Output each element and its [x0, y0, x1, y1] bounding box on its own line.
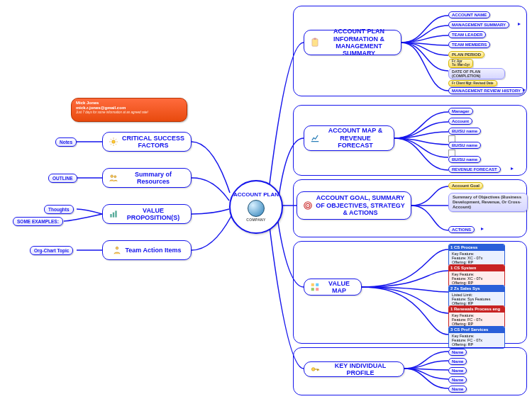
- leaf-notes[interactable]: Notes: [55, 137, 77, 147]
- leaf-busu-3[interactable]: BU/SU name: [448, 156, 481, 163]
- leaf-date-detail[interactable]: Fr Client Mgt: Revised Date: [448, 80, 497, 86]
- leaf-summary-objectives[interactable]: Summary of Objectives (Business Developm…: [448, 193, 528, 212]
- svg-rect-8: [314, 38, 316, 40]
- vm-item-5[interactable]: 3 CS Prof ServicesKey Feature: Feature: …: [448, 326, 505, 349]
- node-label: VALUE PROPOSITION(S): [121, 207, 185, 222]
- expand-arrow-icon[interactable]: ▸: [518, 21, 521, 27]
- vm-item-2[interactable]: 1 CS SystemKey Feature: Feature: XC - 07…: [448, 264, 505, 287]
- svg-rect-14: [311, 288, 314, 291]
- leaf-org-chart-topic[interactable]: Org-Chart Topic: [30, 246, 73, 255]
- contact-note: Just 7 days for some information at an a…: [76, 111, 182, 114]
- center-company: COMPANY: [246, 218, 265, 222]
- grid-icon: [310, 282, 320, 292]
- svg-point-6: [116, 247, 119, 249]
- mindmap-canvas: ACCOUNT PLAN COMPANY Mick Jones mick.r.j…: [0, 0, 532, 399]
- svg-rect-5: [115, 210, 116, 217]
- bar-chart-icon: [109, 209, 118, 219]
- key-icon: [310, 364, 320, 374]
- leaf-busu-1[interactable]: BU/SU name: [448, 128, 481, 135]
- node-label: ACCOUNT GOAL, SUMMARY OF OBJECTIVES, STR…: [316, 194, 405, 216]
- node-kip[interactable]: KEY INDIVIDUAL PROFILE: [304, 361, 404, 377]
- gear-icon: [109, 137, 118, 147]
- leaf-busu-2[interactable]: BU/SU name: [448, 142, 481, 149]
- center-root[interactable]: ACCOUNT PLAN COMPANY: [229, 180, 283, 234]
- leaf-kip-name[interactable]: Name: [448, 386, 467, 393]
- leaf-thoughts[interactable]: Thoughts: [44, 205, 74, 214]
- node-value-map[interactable]: VALUE MAP: [304, 279, 362, 296]
- leaf-plan-period-detail[interactable]: Fr: AprTo: Mar+1yr: [448, 59, 473, 68]
- node-critical-success-factors[interactable]: CRITICAL SUCCESS FACTORS: [102, 132, 192, 152]
- node-label: Summary of Resources: [121, 171, 185, 186]
- contact-name: Mick Jones: [76, 101, 182, 106]
- svg-point-16: [311, 368, 315, 371]
- leaf-mgmt-review-history[interactable]: MANAGEMENT REVIEW HISTORY: [448, 87, 524, 94]
- leaf-date-of-plan[interactable]: DATE OF PLAN (COMPLETION): [448, 68, 505, 79]
- leaf-team-members[interactable]: TEAM MEMBERS: [448, 41, 490, 48]
- vm-item-1[interactable]: 1 CS ProcessKey Feature: Feature: XC - 0…: [448, 244, 505, 266]
- node-amrf[interactable]: ACCOUNT MAP & REVENUE FORECAST: [304, 125, 394, 151]
- node-label: KEY INDIVIDUAL PROFILE: [323, 362, 398, 377]
- leaf-revenue-forecast[interactable]: REVENUE FORECAST: [448, 166, 501, 173]
- leaf-actions[interactable]: ACTIONS: [448, 226, 475, 233]
- leaf-kip-name[interactable]: Name: [448, 367, 467, 374]
- svg-rect-3: [110, 214, 111, 218]
- expand-arrow-icon[interactable]: ▸: [511, 165, 514, 172]
- company-logo-icon: [248, 200, 265, 217]
- leaf-manager[interactable]: Manager: [448, 108, 473, 115]
- expand-arrow-icon[interactable]: ▸: [523, 86, 526, 93]
- node-label: Team Action Items: [125, 247, 181, 254]
- node-label: CRITICAL SUCCESS FACTORS: [121, 135, 185, 150]
- node-label: ACCOUNT PLAN INFORMATION & MANAGEMENT SU…: [323, 28, 395, 57]
- node-label: ACCOUNT MAP & REVENUE FORECAST: [323, 127, 388, 149]
- node-agsosa[interactable]: ACCOUNT GOAL, SUMMARY OF OBJECTIVES, STR…: [297, 191, 411, 220]
- center-title: ACCOUNT PLAN: [233, 192, 279, 198]
- vm-item-4[interactable]: 1 Renewals Process engKey Feature: Featu…: [448, 305, 505, 328]
- leaf-kip-name[interactable]: Name: [448, 358, 467, 365]
- svg-point-11: [307, 205, 309, 206]
- leaf-kip-name[interactable]: Name: [448, 349, 467, 356]
- leaf-mgmt-summary[interactable]: MANAGEMENT SUMMARY: [448, 21, 509, 28]
- svg-point-2: [114, 176, 116, 178]
- clipboard-icon: [310, 38, 320, 47]
- node-summary-of-resources[interactable]: Summary of Resources: [102, 168, 192, 188]
- leaf-team-leader[interactable]: TEAM LEADER: [448, 31, 486, 38]
- leaf-account-name[interactable]: ACCOUNT NAME: [448, 11, 490, 18]
- chart-icon: [310, 133, 320, 143]
- node-label: VALUE MAP: [323, 280, 355, 295]
- leaf-plan-period[interactable]: PLAN PERIOD: [448, 51, 484, 58]
- contact-card[interactable]: Mick Jones mick.r.jones@gmail.com Just 7…: [71, 98, 187, 122]
- target-icon: [303, 201, 313, 210]
- node-team-action-items[interactable]: Team Action Items: [102, 240, 192, 260]
- leaf-outline[interactable]: OUTLINE: [48, 174, 77, 183]
- vm-item-3[interactable]: 2 Zs Sales SysListed Limit: Feature: Sys…: [448, 285, 505, 308]
- leaf-account[interactable]: Account: [448, 118, 472, 125]
- svg-rect-7: [312, 39, 318, 47]
- leaf-account-goal[interactable]: Account Goal: [448, 182, 483, 189]
- leaf-some-examples[interactable]: SOME EXAMPLES:: [13, 217, 63, 226]
- expand-arrow-icon[interactable]: ▸: [481, 225, 484, 232]
- leaf-kip-name[interactable]: Name: [448, 376, 467, 383]
- svg-rect-15: [316, 288, 318, 291]
- svg-rect-12: [311, 283, 314, 286]
- contact-email: mick.r.jones@gmail.com: [76, 106, 182, 111]
- node-value-proposition[interactable]: VALUE PROPOSITION(S): [102, 204, 192, 224]
- team-icon: [112, 245, 122, 255]
- svg-point-0: [112, 140, 116, 144]
- node-apims[interactable]: ACCOUNT PLAN INFORMATION & MANAGEMENT SU…: [304, 30, 401, 55]
- people-icon: [109, 173, 118, 183]
- svg-rect-13: [316, 283, 318, 286]
- svg-point-1: [111, 175, 113, 178]
- svg-rect-4: [113, 213, 114, 218]
